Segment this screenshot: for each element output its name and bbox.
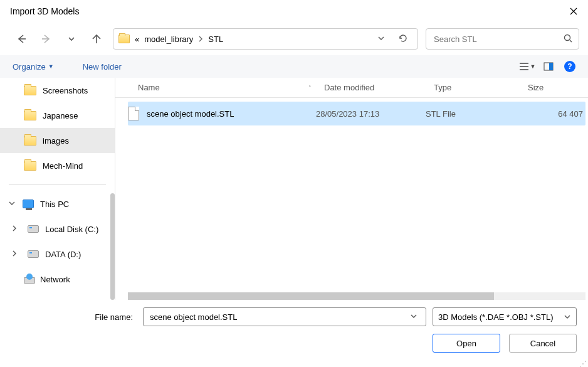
- tree-label: DATA (D:): [45, 250, 81, 259]
- organize-menu[interactable]: Organize ▼: [9, 60, 58, 74]
- file-name: scene object model.STL: [147, 109, 234, 119]
- filename-input[interactable]: [149, 312, 407, 322]
- tree-label: This PC: [40, 199, 69, 209]
- arrow-left-icon: [16, 33, 27, 45]
- column-type[interactable]: Type: [429, 83, 523, 92]
- help-button[interactable]: ?: [560, 58, 579, 75]
- preview-pane-button[interactable]: [539, 58, 558, 75]
- file-type: STL File: [426, 109, 520, 119]
- column-headers: Name˄ Date modified Type Size: [115, 78, 588, 98]
- chevron-down-icon: [564, 313, 571, 321]
- tree-item-drive-d[interactable]: DATA (D:): [0, 242, 115, 267]
- tree-label: Mech-Mind: [43, 161, 83, 171]
- address-bar[interactable]: « model_library STL: [113, 28, 418, 50]
- file-type-filter[interactable]: 3D Models (*.DAE *.OBJ *.STL): [433, 307, 577, 326]
- search-box[interactable]: [426, 28, 579, 50]
- tree-label: Screenshots: [43, 86, 88, 95]
- tree-label: Network: [40, 275, 70, 284]
- file-icon: [128, 107, 139, 120]
- chevron-down-icon: [68, 35, 75, 43]
- disk-icon: [28, 250, 39, 258]
- chevron-down-icon[interactable]: [9, 200, 16, 208]
- filter-label: 3D Models (*.DAE *.OBJ *.STL): [438, 312, 564, 322]
- column-date[interactable]: Date modified: [319, 83, 429, 92]
- window-title: Import 3D Models: [10, 6, 559, 16]
- cancel-button[interactable]: Cancel: [509, 334, 577, 353]
- column-size[interactable]: Size: [523, 83, 588, 92]
- file-date: 28/05/2023 17:13: [316, 109, 426, 119]
- close-button[interactable]: [559, 0, 588, 23]
- arrow-up-icon: [91, 33, 102, 45]
- help-icon: ?: [564, 61, 575, 72]
- arrow-right-icon: [41, 33, 52, 45]
- folder-icon: [24, 161, 36, 171]
- caret-down-icon: ▼: [530, 63, 536, 70]
- filename-label: File name:: [11, 312, 137, 322]
- view-menu[interactable]: ▼: [518, 58, 537, 75]
- tree-item-drive-c[interactable]: Local Disk (C:): [0, 216, 115, 242]
- tree-item-images[interactable]: images: [0, 128, 115, 153]
- column-name[interactable]: Name˄: [115, 83, 319, 92]
- pc-icon: [23, 199, 34, 208]
- file-row[interactable]: scene object model.STL 28/05/2023 17:13 …: [128, 102, 585, 125]
- refresh-icon: [398, 33, 408, 43]
- scrollbar-horizontal[interactable]: [128, 292, 585, 300]
- folder-icon: [24, 136, 36, 146]
- list-view-icon: [519, 62, 529, 71]
- resize-grip-icon[interactable]: ⋰: [579, 362, 587, 366]
- caret-down-icon: ▼: [48, 63, 54, 70]
- nav-forward-button[interactable]: [34, 26, 59, 51]
- folder-icon: [118, 35, 130, 43]
- nav-recent-button[interactable]: [59, 26, 84, 51]
- tree-item-this-pc[interactable]: This PC: [0, 191, 115, 216]
- search-input[interactable]: [433, 34, 559, 45]
- open-button[interactable]: Open: [433, 334, 500, 353]
- breadcrumb-part[interactable]: model_library: [144, 35, 193, 44]
- refresh-button[interactable]: [394, 33, 412, 45]
- breadcrumb-prefix: «: [135, 35, 139, 44]
- tree-item-screenshots[interactable]: Screenshots: [0, 78, 115, 103]
- sort-asc-icon: ˄: [308, 85, 312, 91]
- chevron-down-icon: [377, 35, 385, 42]
- tree-label: Local Disk (C:): [45, 225, 98, 234]
- new-folder-button[interactable]: New folder: [79, 60, 125, 74]
- organize-label: Organize: [13, 62, 46, 72]
- chevron-right-icon[interactable]: [11, 225, 19, 233]
- preview-pane-icon: [543, 62, 554, 71]
- network-icon: [24, 275, 34, 284]
- nav-back-button[interactable]: [9, 26, 34, 51]
- folder-icon: [24, 111, 36, 120]
- file-size: 64 407: [520, 109, 585, 119]
- svg-rect-2: [549, 63, 553, 70]
- tree-label: images: [43, 136, 69, 146]
- chevron-down-icon: [410, 312, 417, 320]
- scrollbar[interactable]: [110, 193, 115, 300]
- svg-point-0: [565, 35, 570, 40]
- address-dropdown[interactable]: [374, 35, 389, 44]
- close-icon: [570, 8, 577, 15]
- separator: [9, 184, 106, 185]
- tree-item-network[interactable]: Network: [0, 267, 115, 292]
- disk-icon: [28, 225, 39, 233]
- search-icon: [564, 34, 572, 45]
- chevron-right-icon: [198, 36, 203, 42]
- filename-dropdown[interactable]: [407, 312, 421, 322]
- breadcrumb-part[interactable]: STL: [208, 35, 223, 44]
- tree-label: Japanese: [43, 111, 78, 120]
- navigation-tree[interactable]: Screenshots Japanese images Mech-Mind Th…: [0, 78, 115, 300]
- chevron-right-icon[interactable]: [11, 250, 19, 258]
- filename-input-wrap[interactable]: [143, 307, 426, 326]
- nav-up-button[interactable]: [84, 26, 109, 51]
- tree-item-japanese[interactable]: Japanese: [0, 103, 115, 128]
- folder-icon: [24, 86, 36, 95]
- tree-item-mech-mind[interactable]: Mech-Mind: [0, 153, 115, 178]
